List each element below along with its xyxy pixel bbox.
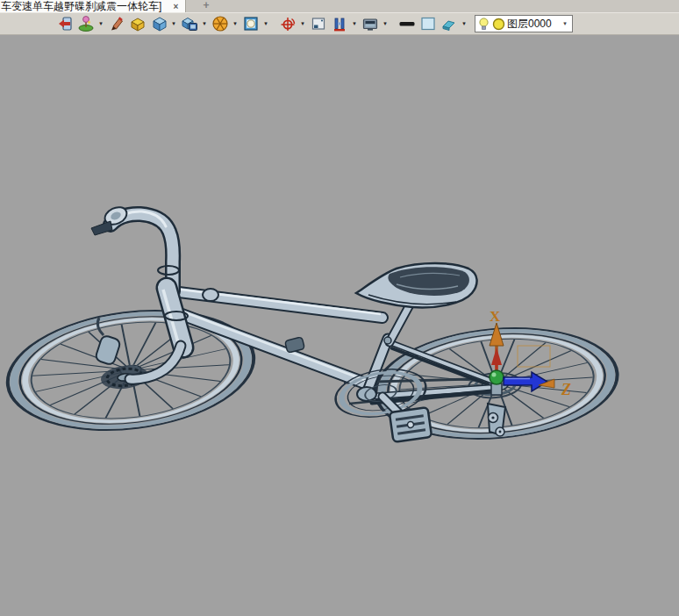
render-dropdown[interactable]: ▾ [261,14,270,33]
brake-lever [91,221,112,235]
view-wheel-dropdown[interactable]: ▾ [231,14,239,33]
close-icon[interactable]: × [169,1,182,12]
bicycle-3d-model[interactable] [1,204,622,448]
sketch-pen-icon[interactable] [107,14,126,33]
rear-derailleur [488,404,505,436]
red-axis-arrow [491,347,502,365]
screen-display-icon[interactable] [361,14,380,33]
section-beam-icon[interactable] [330,14,349,33]
front-brake-caliper [95,334,121,365]
display-mode-dropdown[interactable]: ▾ [200,14,209,33]
saddle[interactable] [356,263,477,307]
chevron-down-icon[interactable]: ▾ [560,20,570,27]
layer-selector[interactable]: 图层0000 ▾ [475,15,573,32]
layer-color-icon [492,18,505,31]
viewport-window-icon[interactable] [309,14,328,33]
locate-target-dropdown[interactable]: ▾ [298,14,307,33]
main-toolbar: ▾ ▾ ▾ [0,12,679,35]
layer-selector-value: 图层0000 [507,16,558,32]
coordinate-triad: X Z [490,308,571,398]
solid-cube-icon[interactable] [149,14,168,33]
visibility-bulb-icon [477,17,490,32]
erase-icon[interactable] [440,14,459,33]
section-beam-dropdown[interactable]: ▾ [350,14,359,33]
material-box-icon[interactable] [128,14,147,33]
environment-dropdown[interactable]: ▾ [96,14,105,33]
screen-display-dropdown[interactable]: ▾ [381,14,390,33]
color-swatch-icon[interactable] [418,14,438,33]
solid-cube-dropdown[interactable]: ▾ [169,14,178,33]
exit-icon[interactable] [55,14,75,33]
pedal [390,407,432,442]
erase-dropdown[interactable]: ▾ [460,14,468,33]
new-tab-button[interactable]: + [193,0,219,12]
viewport-3d[interactable]: X Z [0,35,679,616]
view-wheel-icon[interactable] [211,14,230,33]
front-wheel[interactable] [1,297,261,443]
line-width-icon[interactable] [397,14,417,33]
document-tab[interactable]: 车变速单车越野碟刹减震一体轮车] × [0,0,186,12]
z-axis-label: Z [561,381,571,398]
origin-point [490,370,504,384]
locate-target-icon[interactable] [278,14,297,33]
tab-bar: 车变速单车越野碟刹减震一体轮车] × + [0,0,679,12]
environment-icon[interactable] [76,14,96,33]
triad-plane-handle [518,346,550,367]
display-mode-icon[interactable] [180,14,199,33]
rear-brake-caliper [285,337,305,353]
document-tab-title: 车变速单车越野碟刹减震一体轮车] [1,1,169,12]
x-axis-label: X [490,308,501,325]
render-icon[interactable] [241,14,261,33]
